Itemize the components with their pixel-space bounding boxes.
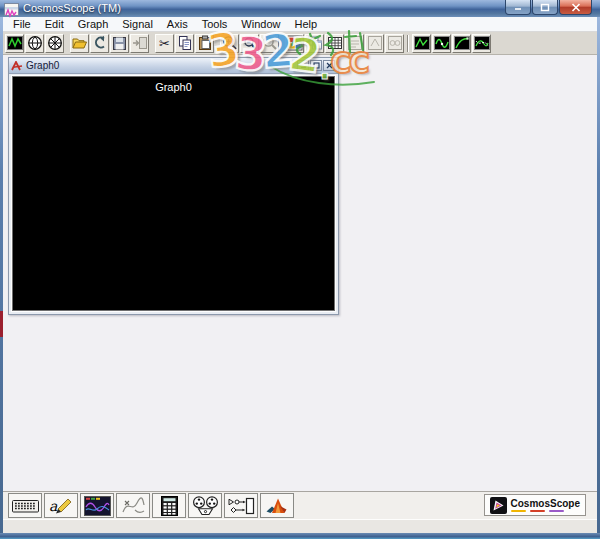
menu-item-graph[interactable]: Graph bbox=[71, 17, 116, 31]
copy-icon bbox=[177, 35, 193, 51]
close-icon bbox=[571, 3, 581, 12]
menu-item-tools[interactable]: Tools bbox=[195, 17, 235, 31]
save-icon bbox=[112, 36, 127, 51]
zoom-out-button[interactable] bbox=[240, 34, 259, 53]
toolbar-separator bbox=[407, 35, 409, 52]
waveform-multi-icon bbox=[474, 35, 490, 51]
matlab-tool-button[interactable] bbox=[260, 493, 294, 518]
zoom-out-icon bbox=[242, 35, 258, 51]
graph-window-icon bbox=[11, 61, 23, 71]
badge-underline-purple bbox=[549, 510, 564, 512]
minimize-icon bbox=[300, 62, 307, 69]
signal-flow-icon bbox=[228, 496, 255, 516]
cut-icon: ✂ bbox=[159, 37, 170, 50]
waveform-sine-icon bbox=[434, 35, 450, 51]
badge-underline-yellow bbox=[511, 510, 526, 512]
mdi-area: Graph0 Graph0 bbox=[3, 55, 597, 491]
undo-button[interactable] bbox=[90, 34, 109, 53]
graph0-title: Graph0 bbox=[26, 60, 297, 71]
smith-chart-icon bbox=[27, 35, 43, 51]
badge-text-group: CosmosScope bbox=[511, 498, 580, 512]
titlebar[interactable]: CosmosScope (TM) bbox=[0, 0, 600, 17]
cascade-windows-button[interactable] bbox=[305, 34, 324, 53]
waveform-viewer-tool-button[interactable] bbox=[80, 493, 114, 518]
xy-graph-icon bbox=[7, 35, 23, 51]
maximize-icon bbox=[313, 62, 320, 69]
menu-item-file[interactable]: File bbox=[6, 17, 38, 31]
cut-button[interactable]: ✂ bbox=[155, 34, 174, 53]
paste-button[interactable] bbox=[195, 34, 214, 53]
waveform-style-button-1[interactable] bbox=[412, 34, 431, 53]
menu-item-help[interactable]: Help bbox=[287, 17, 324, 31]
window-controls bbox=[505, 0, 592, 15]
obscured-tool-button-1[interactable] bbox=[345, 34, 364, 53]
badge-underlines bbox=[511, 510, 564, 512]
badge-label: CosmosScope bbox=[511, 498, 580, 509]
minimize-icon bbox=[513, 3, 523, 11]
open-button[interactable] bbox=[70, 34, 89, 53]
graph0-maximize-button[interactable] bbox=[310, 60, 322, 71]
graph0-controls bbox=[297, 60, 335, 71]
tape-recorder-tool-button[interactable] bbox=[188, 493, 222, 518]
grid-button[interactable] bbox=[325, 34, 344, 53]
tile-windows-button[interactable] bbox=[285, 34, 304, 53]
polar-chart-button[interactable] bbox=[45, 34, 64, 53]
menu-item-axis[interactable]: Axis bbox=[160, 17, 195, 31]
status-bar bbox=[3, 519, 597, 533]
cosmos-logo-icon bbox=[490, 497, 507, 514]
annotation-icon: a bbox=[49, 496, 74, 515]
waveform-style-button-3[interactable] bbox=[452, 34, 471, 53]
import-icon bbox=[132, 35, 148, 51]
app-client-area: File Edit Graph Signal Axis Tools Window… bbox=[3, 17, 597, 533]
keyboard-tool-button[interactable] bbox=[8, 493, 42, 518]
window-border-bottom bbox=[0, 533, 600, 539]
copy-button[interactable] bbox=[175, 34, 194, 53]
obscured-tool-icon-3 bbox=[387, 35, 403, 51]
waveform-viewer-icon bbox=[84, 496, 111, 516]
menu-item-edit[interactable]: Edit bbox=[38, 17, 71, 31]
obscured-tool-button-3[interactable] bbox=[385, 34, 404, 53]
menu-item-window[interactable]: Window bbox=[234, 17, 287, 31]
window-title: CosmosScope (TM) bbox=[23, 0, 121, 17]
zoom-in-icon bbox=[222, 35, 238, 51]
cosmosscope-badge: CosmosScope bbox=[484, 494, 586, 516]
close-icon bbox=[326, 62, 333, 69]
save-button[interactable] bbox=[110, 34, 129, 53]
import-button-disabled[interactable] bbox=[130, 34, 149, 53]
probe-icon bbox=[121, 497, 146, 515]
minimize-button[interactable] bbox=[505, 0, 531, 15]
tile-windows-icon bbox=[287, 35, 303, 51]
polar-chart-icon bbox=[47, 35, 63, 51]
graph0-canvas[interactable]: Graph0 bbox=[12, 76, 335, 311]
zoom-in-button[interactable] bbox=[220, 34, 239, 53]
screenshot-edge-artifact bbox=[0, 311, 3, 337]
window-border-left bbox=[0, 17, 3, 539]
smith-chart-button[interactable] bbox=[25, 34, 44, 53]
bottom-toolbar: a bbox=[3, 491, 597, 519]
probe-tool-button[interactable] bbox=[116, 493, 150, 518]
maximize-button[interactable] bbox=[532, 0, 558, 15]
close-button[interactable] bbox=[559, 0, 592, 15]
waveform-style-button-4[interactable] bbox=[472, 34, 491, 53]
obscured-tool-icon-2 bbox=[367, 35, 383, 51]
signal-flow-tool-button[interactable] bbox=[224, 493, 258, 518]
zoom-full-icon bbox=[262, 35, 278, 51]
open-folder-icon bbox=[72, 35, 88, 51]
svg-text:a: a bbox=[49, 498, 58, 514]
calculator-tool-button[interactable] bbox=[152, 493, 186, 518]
xy-graph-button[interactable] bbox=[5, 34, 24, 53]
graph0-window[interactable]: Graph0 Graph0 bbox=[8, 57, 339, 315]
keyboard-icon bbox=[12, 497, 39, 514]
annotation-tool-button[interactable]: a bbox=[44, 493, 78, 518]
obscured-tool-icon-1 bbox=[347, 35, 363, 51]
graph0-titlebar[interactable]: Graph0 bbox=[9, 58, 338, 74]
menu-item-signal[interactable]: Signal bbox=[115, 17, 160, 31]
obscured-tool-button-2[interactable] bbox=[365, 34, 384, 53]
waveform-style-button-2[interactable] bbox=[432, 34, 451, 53]
zoom-full-button-disabled[interactable] bbox=[260, 34, 279, 53]
graph0-minimize-button[interactable] bbox=[297, 60, 309, 71]
undo-icon bbox=[92, 35, 108, 51]
main-toolbar: ✂ bbox=[3, 32, 597, 55]
menu-bar: File Edit Graph Signal Axis Tools Window… bbox=[3, 17, 597, 32]
graph0-close-button[interactable] bbox=[323, 60, 335, 71]
